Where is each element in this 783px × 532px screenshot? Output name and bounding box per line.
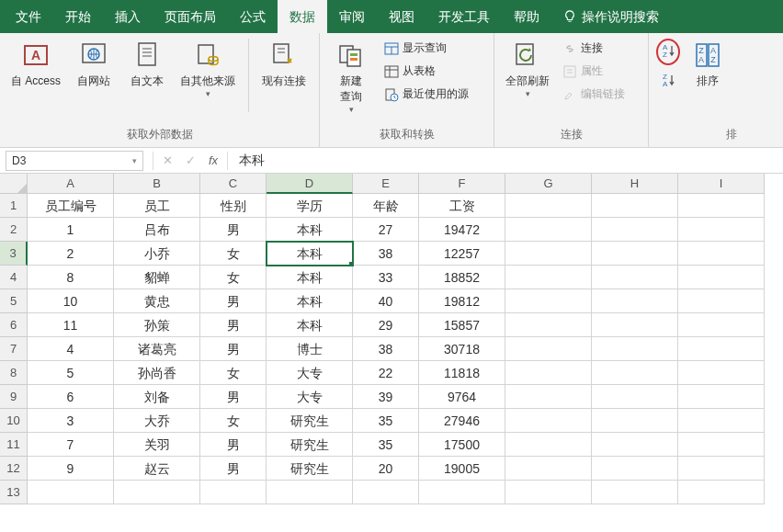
new-query-button[interactable]: 新建 查询 ▾: [327, 39, 375, 116]
col-header-E[interactable]: E: [353, 174, 419, 194]
col-header-B[interactable]: B: [114, 174, 200, 194]
cell-I2[interactable]: [678, 218, 765, 242]
cell-B3[interactable]: 小乔: [114, 242, 200, 266]
cell-B5[interactable]: 黄忠: [114, 289, 200, 313]
col-header-F[interactable]: F: [419, 174, 505, 194]
cell-H10[interactable]: [592, 409, 678, 433]
cell-A3[interactable]: 2: [28, 242, 114, 266]
tab-数据[interactable]: 数据: [278, 0, 327, 33]
cell-D9[interactable]: 大专: [267, 385, 353, 409]
cell-H3[interactable]: [592, 242, 678, 266]
tab-开始[interactable]: 开始: [53, 0, 103, 33]
row-header-9[interactable]: 9: [0, 385, 28, 409]
enter-formula-button[interactable]: ✓: [186, 153, 196, 167]
cell-I13[interactable]: [678, 481, 765, 504]
cell-H6[interactable]: [592, 313, 678, 337]
cell-D4[interactable]: 本科: [267, 266, 353, 289]
cell-F7[interactable]: 30718: [419, 337, 505, 361]
fx-button[interactable]: fx: [209, 153, 218, 167]
cell-G12[interactable]: [505, 457, 592, 481]
cell-F12[interactable]: 19005: [419, 457, 505, 481]
cell-G1[interactable]: [505, 194, 592, 218]
cancel-formula-button[interactable]: ✕: [163, 153, 173, 167]
row-header-10[interactable]: 10: [0, 409, 28, 433]
cell-A13[interactable]: [28, 481, 114, 504]
name-box[interactable]: D3▾: [6, 151, 143, 171]
row-header-11[interactable]: 11: [0, 433, 28, 457]
row-header-7[interactable]: 7: [0, 337, 28, 361]
cell-B2[interactable]: 吕布: [114, 218, 200, 242]
from-table-button[interactable]: 从表格: [380, 62, 472, 81]
select-all-corner[interactable]: [0, 174, 28, 194]
cell-A8[interactable]: 5: [28, 361, 114, 385]
sort-desc-button[interactable]: ZA: [659, 71, 677, 92]
cell-G3[interactable]: [505, 242, 592, 266]
cell-D7[interactable]: 博士: [267, 337, 353, 361]
recent-sources-button[interactable]: 最近使用的源: [380, 85, 472, 104]
cell-E2[interactable]: 27: [353, 218, 419, 242]
col-header-C[interactable]: C: [200, 174, 267, 194]
cell-G6[interactable]: [505, 313, 592, 337]
cell-B13[interactable]: [114, 481, 200, 504]
cell-I12[interactable]: [678, 457, 765, 481]
cell-C9[interactable]: 男: [200, 385, 267, 409]
cell-D1[interactable]: 学历: [267, 194, 353, 218]
row-header-12[interactable]: 12: [0, 457, 28, 481]
cell-E10[interactable]: 35: [353, 409, 419, 433]
cell-D2[interactable]: 本科: [267, 218, 353, 242]
cell-F3[interactable]: 12257: [419, 242, 505, 266]
cell-B10[interactable]: 大乔: [114, 409, 200, 433]
row-header-2[interactable]: 2: [0, 218, 28, 242]
cell-G8[interactable]: [505, 361, 592, 385]
cell-C6[interactable]: 男: [200, 313, 267, 337]
cell-E6[interactable]: 29: [353, 313, 419, 337]
cell-G7[interactable]: [505, 337, 592, 361]
cell-F4[interactable]: 18852: [419, 266, 505, 289]
row-header-1[interactable]: 1: [0, 194, 28, 218]
cell-B9[interactable]: 刘备: [114, 385, 200, 409]
show-queries-button[interactable]: 显示查询: [380, 39, 472, 58]
cell-F8[interactable]: 11818: [419, 361, 505, 385]
sort-asc-button[interactable]: AZ: [656, 39, 680, 65]
cell-H4[interactable]: [592, 266, 678, 289]
row-header-5[interactable]: 5: [0, 289, 28, 313]
row-header-13[interactable]: 13: [0, 481, 28, 504]
cell-F5[interactable]: 19812: [419, 289, 505, 313]
cell-I11[interactable]: [678, 433, 765, 457]
cell-C4[interactable]: 女: [200, 266, 267, 289]
formula-input[interactable]: 本科: [228, 153, 276, 169]
cell-E1[interactable]: 年龄: [353, 194, 419, 218]
cell-B8[interactable]: 孙尚香: [114, 361, 200, 385]
cell-B11[interactable]: 关羽: [114, 433, 200, 457]
cell-I7[interactable]: [678, 337, 765, 361]
cell-C2[interactable]: 男: [200, 218, 267, 242]
cell-B4[interactable]: 貂蝉: [114, 266, 200, 289]
cell-I8[interactable]: [678, 361, 765, 385]
tab-审阅[interactable]: 审阅: [327, 0, 377, 33]
cell-C11[interactable]: 男: [200, 433, 267, 457]
row-header-3[interactable]: 3: [0, 242, 28, 266]
cell-B6[interactable]: 孙策: [114, 313, 200, 337]
col-header-H[interactable]: H: [592, 174, 678, 194]
sort-button[interactable]: ZAAZ 排序: [689, 39, 726, 91]
cell-C10[interactable]: 女: [200, 409, 267, 433]
tab-页面布局[interactable]: 页面布局: [153, 0, 228, 33]
cell-G10[interactable]: [505, 409, 592, 433]
cell-D12[interactable]: 研究生: [267, 457, 353, 481]
row-header-4[interactable]: 4: [0, 266, 28, 289]
cell-D5[interactable]: 本科: [267, 289, 353, 313]
cell-A4[interactable]: 8: [28, 266, 114, 289]
col-header-D[interactable]: D: [267, 174, 353, 194]
col-header-I[interactable]: I: [678, 174, 765, 194]
row-header-8[interactable]: 8: [0, 361, 28, 385]
cell-G9[interactable]: [505, 385, 592, 409]
cell-F2[interactable]: 19472: [419, 218, 505, 242]
tab-公式[interactable]: 公式: [228, 0, 278, 33]
existing-connections-button[interactable]: 现有连接: [258, 39, 310, 91]
cell-E9[interactable]: 39: [353, 385, 419, 409]
cell-I6[interactable]: [678, 313, 765, 337]
tab-视图[interactable]: 视图: [377, 0, 426, 33]
cell-E13[interactable]: [353, 481, 419, 504]
cell-G4[interactable]: [505, 266, 592, 289]
cell-C8[interactable]: 女: [200, 361, 267, 385]
